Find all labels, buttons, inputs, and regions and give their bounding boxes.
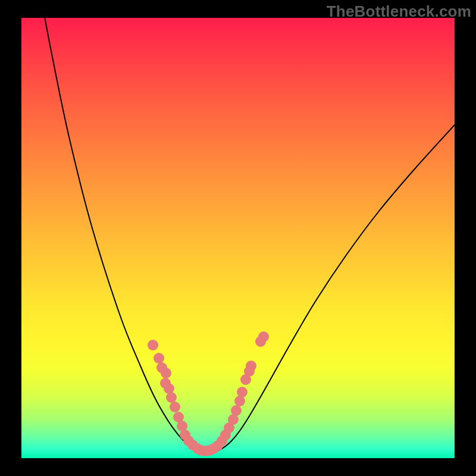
data-marker: [246, 361, 256, 371]
chart-svg: [21, 18, 455, 458]
data-marker: [148, 340, 158, 350]
data-marker: [154, 353, 164, 364]
data-marker: [231, 405, 242, 416]
data-marker: [161, 368, 171, 378]
data-marker: [237, 387, 248, 397]
data-marker: [170, 402, 180, 412]
data-marker: [166, 392, 177, 403]
bottleneck-curve: [43, 18, 455, 453]
chart-frame: TheBottleneck.com: [0, 0, 476, 476]
marker-group: [148, 331, 269, 456]
plot-area: [21, 18, 455, 458]
data-marker: [258, 331, 269, 342]
